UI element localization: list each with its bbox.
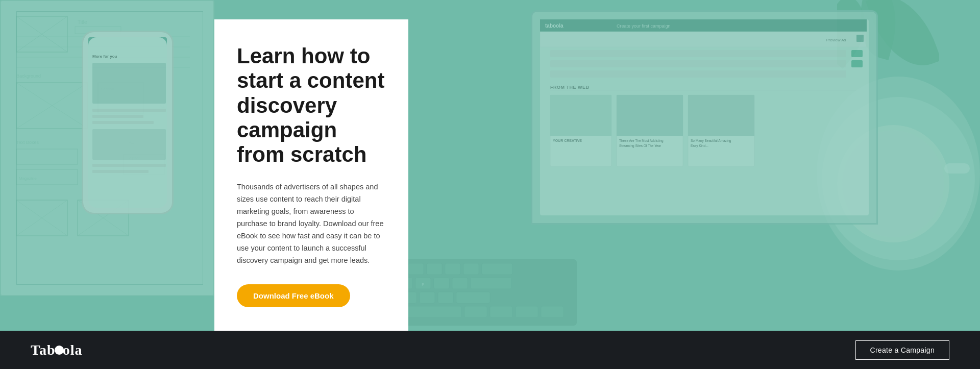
create-campaign-button[interactable]: Create a Campaign	[855, 340, 950, 360]
svg-text:2 pitch: 2 pitch	[129, 156, 141, 160]
svg-text:Section: Section	[101, 87, 114, 91]
svg-line-6	[16, 16, 67, 52]
svg-point-38	[837, 125, 949, 242]
svg-rect-8	[75, 27, 121, 34]
svg-text:Streaming Sites Of The Year: Streaming Sites Of The Year	[619, 144, 662, 148]
svg-text:So Many Beautiful Amazing: So Many Beautiful Amazing	[691, 139, 731, 143]
plant-decoration	[837, 0, 939, 92]
svg-rect-4	[16, 16, 67, 52]
svg-text:Magazine: Magazine	[19, 176, 37, 181]
svg-rect-113	[516, 306, 538, 317]
svg-rect-111	[464, 306, 487, 317]
svg-rect-91	[415, 278, 431, 289]
logo-dot	[55, 346, 64, 355]
phone-screen: More for you	[88, 37, 167, 208]
svg-text:A1: A1	[129, 140, 134, 145]
svg-rect-13	[98, 83, 144, 113]
svg-text:Background: Background	[16, 73, 41, 79]
svg-text:A4: A4	[159, 104, 165, 109]
svg-rect-105	[420, 292, 435, 303]
svg-rect-48	[851, 60, 863, 67]
svg-rect-92	[434, 278, 449, 289]
svg-rect-79	[463, 263, 479, 275]
notebook-decoration: Title Background Section Text Boxes Maga…	[0, 0, 214, 296]
svg-text:YOUR CREATIVE: YOUR CREATIVE	[553, 139, 582, 142]
svg-line-5	[16, 16, 67, 52]
svg-rect-34	[92, 129, 166, 160]
svg-rect-17	[16, 169, 78, 185]
phone-taboola-bar: taboola	[88, 37, 167, 48]
svg-text:These Are The Most Addicting: These Are The Most Addicting	[619, 139, 664, 143]
taboola-logo: Tabola	[31, 342, 82, 358]
svg-text:FROM THE WEB: FROM THE WEB	[550, 85, 590, 90]
svg-rect-41	[540, 19, 867, 32]
svg-text:Easy Kind...: Easy Kind...	[691, 144, 708, 148]
hero-background: Title Background Section Text Boxes Maga…	[0, 0, 980, 369]
svg-line-27	[78, 200, 129, 236]
svg-text:P: P	[422, 282, 424, 287]
laptop-decoration: taboola Create your first campaign Previ…	[531, 10, 878, 225]
svg-rect-22	[124, 154, 164, 175]
svg-rect-23	[16, 200, 67, 236]
svg-point-39	[842, 130, 944, 237]
sub-text: Thousands of advertisers of all shapes a…	[237, 181, 386, 266]
svg-rect-46	[856, 35, 864, 42]
coffee-decoration	[817, 77, 980, 270]
leaf-2	[849, 0, 907, 60]
leaf-3	[837, 0, 882, 69]
svg-rect-36	[92, 170, 149, 173]
svg-rect-106	[438, 292, 453, 303]
phone-content-svg: More for you	[88, 37, 170, 190]
svg-text:taboola: taboola	[545, 23, 564, 29]
bottom-bar: Tabola Create a Campaign	[0, 331, 980, 369]
svg-rect-35	[92, 164, 166, 167]
svg-rect-51	[550, 70, 846, 78]
svg-rect-80	[482, 263, 512, 275]
main-headline: Learn how to start a content discovery c…	[237, 44, 386, 167]
download-ebook-button[interactable]: Download Free eBook	[237, 284, 350, 307]
svg-rect-77	[427, 263, 442, 275]
svg-point-37	[822, 97, 975, 260]
svg-line-28	[78, 200, 129, 236]
svg-rect-33	[92, 121, 154, 124]
svg-rect-54	[550, 95, 611, 166]
svg-rect-32	[92, 115, 143, 118]
svg-rect-16	[16, 149, 78, 164]
laptop-content-svg: taboola Create your first campaign Previ…	[540, 19, 867, 208]
svg-rect-44	[540, 32, 867, 47]
svg-rect-55	[550, 95, 611, 136]
svg-text:More for you: More for you	[92, 54, 117, 59]
svg-rect-47	[851, 50, 863, 57]
svg-rect-93	[452, 278, 468, 289]
sketch-lines-svg: Title Background Section Text Boxes Maga…	[6, 6, 200, 292]
svg-rect-94	[471, 278, 511, 289]
svg-line-24	[16, 200, 67, 236]
svg-rect-61	[688, 95, 754, 166]
svg-rect-114	[541, 306, 564, 317]
svg-rect-112	[490, 306, 512, 317]
svg-text:Text Boxes: Text Boxes	[16, 140, 39, 145]
svg-rect-78	[445, 263, 460, 275]
svg-text:Preview As: Preview As	[826, 38, 846, 42]
svg-rect-26	[78, 200, 129, 236]
svg-line-25	[16, 200, 67, 236]
content-box: Learn how to start a content discovery c…	[214, 19, 408, 332]
svg-rect-107	[456, 292, 490, 303]
laptop-screen: taboola Create your first campaign Previ…	[540, 19, 869, 215]
svg-rect-76	[408, 263, 424, 275]
svg-rect-50	[550, 60, 846, 67]
svg-line-12	[16, 83, 88, 129]
coffee-svg	[817, 77, 980, 270]
svg-text:Create your first campaign: Create your first campaign	[617, 23, 671, 29]
svg-rect-58	[617, 95, 683, 136]
svg-rect-30	[92, 63, 166, 104]
svg-rect-62	[688, 95, 754, 136]
svg-rect-49	[550, 50, 846, 57]
leaf-1	[866, 0, 939, 78]
svg-rect-10	[16, 83, 88, 129]
phone-mockup: taboola More for you	[82, 31, 174, 214]
svg-text:Title: Title	[78, 19, 87, 25]
svg-rect-40	[944, 163, 970, 174]
svg-line-11	[16, 83, 88, 129]
svg-rect-57	[617, 95, 683, 166]
